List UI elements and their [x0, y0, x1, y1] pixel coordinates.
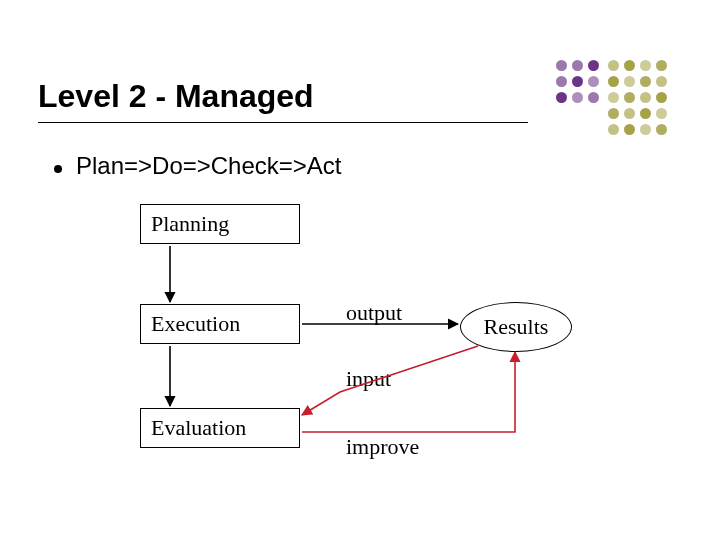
slide-stage: Level 2 - Managed Plan=>Do=>Check=>Act P…	[0, 0, 720, 540]
bullet-text: Plan=>Do=>Check=>Act	[76, 152, 342, 180]
arrow-evaluation-to-results	[302, 352, 515, 432]
node-evaluation: Evaluation	[140, 408, 300, 448]
node-execution: Execution	[140, 304, 300, 344]
node-planning: Planning	[140, 204, 300, 244]
edge-label-output: output	[346, 300, 402, 326]
edge-label-improve: improve	[346, 434, 419, 460]
title-underline	[38, 122, 528, 123]
bullet-icon	[54, 165, 62, 173]
node-results: Results	[460, 302, 572, 352]
slide-title: Level 2 - Managed	[38, 78, 314, 115]
edge-label-input: input	[346, 366, 391, 392]
